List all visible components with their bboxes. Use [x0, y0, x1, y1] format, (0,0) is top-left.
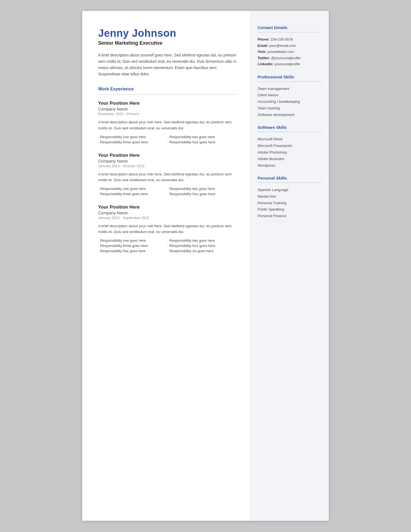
skill-item: Wordpress — [258, 163, 321, 169]
skill-item: Software development — [258, 112, 321, 118]
professional-skills-divider — [258, 81, 321, 82]
personal-skills-section: Personal Skills Spanish LanguageMartial … — [258, 176, 321, 219]
responsibility: Responsibility three goes here — [98, 243, 167, 248]
professional-skills-heading: Professional Skills — [258, 75, 321, 79]
responsibilities-list: Responsibility one goes hereResponsibili… — [98, 135, 237, 144]
software-skills-heading: Software Skills — [258, 125, 321, 130]
skill-item: Personal Finance — [258, 213, 321, 219]
job-description: A brief description about your role here… — [98, 171, 237, 183]
job-dates: January 2014 - October 2015 — [98, 164, 237, 168]
skill-item: Personal Training — [258, 200, 321, 206]
applicant-bio: A brief description about yourself goes … — [98, 52, 237, 77]
responsibilities-list: Responsibility one goes hereResponsibili… — [98, 238, 237, 253]
job-0: Your Position Here Company Name November… — [98, 101, 237, 144]
skill-item: Adobe Illustrator — [258, 156, 321, 162]
job-company: Company Name — [98, 210, 237, 215]
software-skills-items: Microsoft WordMicrosoft PowerpointAdobe … — [258, 136, 321, 169]
software-skills-divider — [258, 132, 321, 132]
contact-label: Email: — [258, 44, 268, 48]
responsibility: Responsibility two goes here — [167, 135, 237, 139]
contact-label: Twitter: — [258, 56, 270, 60]
responsibility: Responsibility one goes here — [98, 186, 167, 191]
responsibility: Responsibility five goes here — [98, 249, 167, 253]
skill-item: Martial Arts — [258, 194, 321, 200]
professional-skills-section: Professional Skills Team managementClien… — [258, 75, 321, 118]
job-title: Your Position Here — [98, 101, 237, 106]
job-title: Your Position Here — [98, 153, 237, 158]
responsibility: Responsibility three goes here — [98, 140, 167, 144]
software-skills-section: Software Skills Microsoft WordMicrosoft … — [258, 125, 321, 169]
job-description: A brief description about your role here… — [98, 119, 237, 131]
job-2: Your Position Here Company Name January … — [98, 204, 237, 253]
contact-items: Phone: 234-235-5678Email: your@email.com… — [258, 37, 321, 67]
skill-item: Accounting / bookkeeping — [258, 99, 321, 105]
contact-line: LinkedIn: yoursocialprofile — [258, 61, 321, 67]
responsibility: Responsibility two goes here — [167, 238, 237, 243]
main-column: Jenny Johnson Senior Marketing Executive… — [82, 11, 250, 521]
sidebar-column: Contact Details Phone: 234-235-5678Email… — [250, 11, 329, 521]
skill-item: Client liaison — [258, 92, 321, 98]
job-description: A brief description about your role here… — [98, 223, 237, 235]
job-dates: November 2015 - Present — [98, 112, 237, 116]
contact-line: Visit: yourwebsite.com — [258, 49, 321, 55]
job-company: Company Name — [98, 107, 237, 111]
contact-line: Twitter: @yoursocialprofile — [258, 55, 321, 61]
contact-divider — [258, 32, 321, 32]
personal-skills-items: Spanish LanguageMartial ArtsPersonal Tra… — [258, 187, 321, 219]
skill-item: Microsoft Word — [258, 136, 321, 142]
contact-line: Phone: 234-235-5678 — [258, 37, 321, 42]
responsibility: Responsibility two goes here — [167, 186, 237, 191]
jobs-container: Your Position Here Company Name November… — [98, 101, 237, 253]
applicant-title: Senior Marketing Executive — [98, 40, 237, 46]
job-1: Your Position Here Company Name January … — [98, 153, 237, 196]
contact-label: LinkedIn: — [258, 62, 273, 66]
personal-skills-heading: Personal Skills — [258, 176, 321, 180]
responsibility: Responsibility four goes here — [167, 140, 237, 144]
responsibility: Responsibility one goes here — [98, 135, 167, 139]
skill-item: Microsoft Powerpoint — [258, 143, 321, 149]
job-title: Your Position Here — [98, 204, 237, 210]
skill-item: Public Speaking — [258, 207, 321, 212]
contact-label: Visit: — [258, 50, 266, 54]
responsibility: Responsibility six goes here — [167, 249, 237, 253]
responsibility: Responsibility four goes here — [167, 192, 237, 196]
skill-item: Adobe Photoshop — [258, 150, 321, 155]
applicant-name: Jenny Johnson — [98, 27, 237, 39]
contact-heading: Contact Details — [258, 25, 321, 30]
job-dates: January 2012 - September 2015 — [98, 216, 237, 220]
skill-item: Spanish Language — [258, 187, 321, 193]
contact-line: Email: your@email.com — [258, 43, 321, 49]
skill-item: Team training — [258, 106, 321, 111]
responsibilities-list: Responsibility one goes hereResponsibili… — [98, 186, 237, 196]
skill-item: Team management — [258, 86, 321, 92]
contact-label: Phone: — [258, 37, 270, 41]
personal-skills-divider — [258, 183, 321, 183]
work-experience-divider — [98, 94, 237, 95]
responsibility: Responsibility one goes here — [98, 238, 167, 243]
responsibility: Responsibility three goes here — [98, 192, 167, 196]
resume-page: Jenny Johnson Senior Marketing Executive… — [82, 11, 329, 521]
job-company: Company Name — [98, 159, 237, 163]
responsibility: Responsibility four goes here — [167, 243, 237, 248]
contact-section: Contact Details Phone: 234-235-5678Email… — [258, 25, 321, 67]
work-experience-heading: Work Experience — [98, 87, 237, 92]
professional-skills-items: Team managementClient liaisonAccounting … — [258, 86, 321, 118]
